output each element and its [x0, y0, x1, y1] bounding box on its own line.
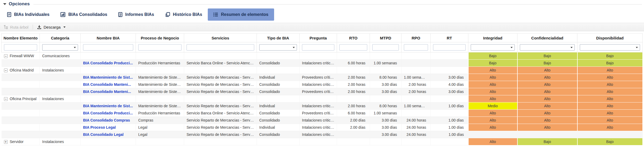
bia-row[interactable]: BIA Mantenimiento de Sist...Mantenimient… [2, 74, 643, 81]
cell-tipo [257, 67, 300, 74]
column-header-rt[interactable]: RT [431, 34, 468, 42]
group-row[interactable]: −Firewall WWWComunicacionesBajoBajoBajo [2, 52, 643, 60]
level-cell-confidencialidad: Alto [517, 81, 577, 88]
bia-name-link[interactable]: BIA Consolidado Producci... [83, 111, 133, 115]
cell-categoria: Instalaciones [40, 138, 81, 145]
tab-resumen-de-elementos[interactable]: Resumen de elementos [208, 8, 274, 21]
bia-name-link[interactable]: BIA Mantenimiento de Sist... [83, 75, 133, 79]
cell-mtpd: 8.00 horas [370, 102, 401, 110]
tab-bias-consolidados[interactable]: BIAs Consolidados [55, 8, 113, 21]
column-header-confidencialidad[interactable]: Confidencialidad [517, 34, 577, 42]
bia-name-link[interactable]: BIA Consolidado Producci... [83, 61, 133, 65]
filter-select-confidencialidad[interactable] [520, 44, 575, 51]
cell-tipo: Consolidado [257, 117, 300, 124]
cell-mtpd [370, 67, 401, 74]
column-header-integridad[interactable]: Integridad [468, 34, 517, 42]
filter-select-tipo[interactable] [259, 44, 297, 51]
level-cell-confidencialidad: Bajo [517, 52, 577, 60]
elements-grid: Nombre ElementoCategoríaNombre BIAProces… [1, 33, 643, 145]
filter-input-proceso[interactable] [138, 44, 181, 51]
collapse-node-icon[interactable]: − [4, 97, 8, 101]
column-header-tipo[interactable]: Tipo de BIA [257, 34, 300, 42]
level-cell-confidencialidad: Alto [517, 74, 577, 81]
ruta-arbol-button[interactable]: Ruta árbol [4, 25, 28, 29]
bia-name-link[interactable]: BIA Consolidado Compras [83, 118, 130, 122]
filter-input-nombre_elemento[interactable] [4, 44, 37, 51]
column-header-pregunta[interactable]: Pregunta [300, 34, 337, 42]
filter-input-servicios[interactable] [187, 44, 254, 51]
filter-select-integridad[interactable] [471, 44, 515, 51]
bia-name-link[interactable]: BIA Consolidado Legal [83, 132, 124, 137]
cell-nombre_elemento [2, 81, 40, 88]
column-header-nombre_elemento[interactable]: Nombre Elemento [2, 34, 40, 42]
bia-row[interactable]: BIA Consolidado Producci...Producción He… [2, 110, 643, 117]
filter-input-rt[interactable] [433, 44, 466, 51]
filter-input-mtpd[interactable] [372, 44, 399, 51]
descarga-button[interactable]: Descarga [37, 25, 66, 29]
level-cell-integridad: Alto [468, 138, 517, 145]
column-header-mtpd[interactable]: MTPD [370, 34, 401, 42]
bia-row[interactable]: BIA Consolidado LegalLegalServicio Repar… [2, 131, 643, 138]
column-header-disponibilidad[interactable]: Disponibilidad [577, 34, 643, 42]
column-header-servicios[interactable]: Servicios [184, 34, 257, 42]
cell-nombre_bia: BIA Consolidado Manteni... [81, 88, 136, 95]
filter-cell-confidencialidad [517, 42, 577, 52]
cell-nombre_elemento [2, 74, 40, 81]
bia-row[interactable]: BIA Consolidado Manteni...Mantenimiento … [2, 81, 643, 88]
filter-input-pregunta[interactable] [302, 44, 334, 51]
bia-row[interactable]: BIA Mantenimiento de Sist...Mantenimient… [2, 102, 643, 110]
bia-name-link[interactable]: BIA Consolidado Manteni... [83, 82, 131, 87]
cell-tipo: Individual [257, 74, 300, 81]
cell-pregunta: Proveedores críticos [300, 88, 337, 95]
download-icon [37, 25, 41, 29]
group-row[interactable]: −Oficina MadridInstalacionesAltoAltoAlto [2, 67, 643, 74]
cell-servicios: Servicio Reparto de Mercancias - Servici… [184, 117, 257, 124]
filter-select-categoria[interactable] [42, 44, 78, 51]
list-icon [213, 12, 218, 17]
collapse-node-icon[interactable]: − [4, 54, 8, 58]
tab-bias-individuales[interactable]: BIAs Individuales [2, 8, 55, 21]
cell-rt: 4.00 días [431, 81, 468, 88]
group-row[interactable]: −Oficina PrincipalInstalacionesAltoAltoA… [2, 95, 643, 102]
filter-cell-disponibilidad [577, 42, 643, 52]
filter-select-disponibilidad[interactable] [580, 44, 640, 51]
tab-historico-bias[interactable]: Histórico BIAs [160, 8, 208, 21]
bia-name-link[interactable]: BIA Proceso Legal [83, 125, 116, 129]
descarga-label: Descarga [44, 25, 60, 29]
cell-rpo: 1.00 semanas [401, 102, 431, 110]
cell-categoria [40, 131, 81, 138]
level-cell-integridad: Alto [468, 117, 517, 124]
cell-rpo [401, 110, 431, 117]
filter-input-rpo[interactable] [404, 44, 428, 51]
cell-rt: 3.00 días [431, 74, 468, 81]
filter-input-nombre_bia[interactable] [83, 44, 133, 51]
options-section-header: Opciones [0, 0, 644, 8]
bia-row[interactable]: BIA Proceso LegalLegalServicio Reparto d… [2, 124, 643, 131]
bia-row[interactable]: BIA Consolidado Producci...Producción He… [2, 60, 643, 67]
column-header-categoria[interactable]: Categoría [40, 34, 81, 42]
cell-rto: 2.00 días [337, 117, 370, 124]
column-header-rpo[interactable]: RPO [401, 34, 431, 42]
bia-name-link[interactable]: BIA Consolidado Manteni... [83, 90, 131, 94]
bia-row[interactable]: BIA Consolidado Manteni...Mantenimiento … [2, 88, 643, 95]
element-name: Servidor [10, 140, 24, 144]
filter-input-rto[interactable] [339, 44, 367, 51]
bia-name-link[interactable]: BIA Mantenimiento de Sist... [83, 104, 133, 108]
collapse-section-icon[interactable] [3, 3, 6, 5]
group-row[interactable]: +ServidorInstalacionesAltoBajoBajo [2, 138, 643, 145]
column-header-proceso[interactable]: Proceso de Negocio [136, 34, 184, 42]
tab-informes-bias[interactable]: Informes BIAs [113, 8, 159, 21]
cell-rt [431, 110, 468, 117]
tab-label: BIAs Consolidados [68, 12, 107, 17]
level-cell-disponibilidad: Alto [577, 81, 643, 88]
cell-nombre_bia [81, 67, 136, 74]
column-header-rto[interactable]: RTO [337, 34, 370, 42]
cell-pregunta [300, 138, 337, 145]
dropdown-caret-icon [511, 47, 513, 48]
cell-servicios: Servicio Reparto de Mercancias - Servici… [184, 124, 257, 131]
cell-mtpd: 3.00 días [370, 117, 401, 124]
column-header-nombre_bia[interactable]: Nombre BIA [81, 34, 136, 42]
bia-row[interactable]: BIA Consolidado ComprasComprasServicio R… [2, 117, 643, 124]
collapse-node-icon[interactable]: − [4, 69, 8, 72]
expand-node-icon[interactable]: + [4, 140, 8, 144]
